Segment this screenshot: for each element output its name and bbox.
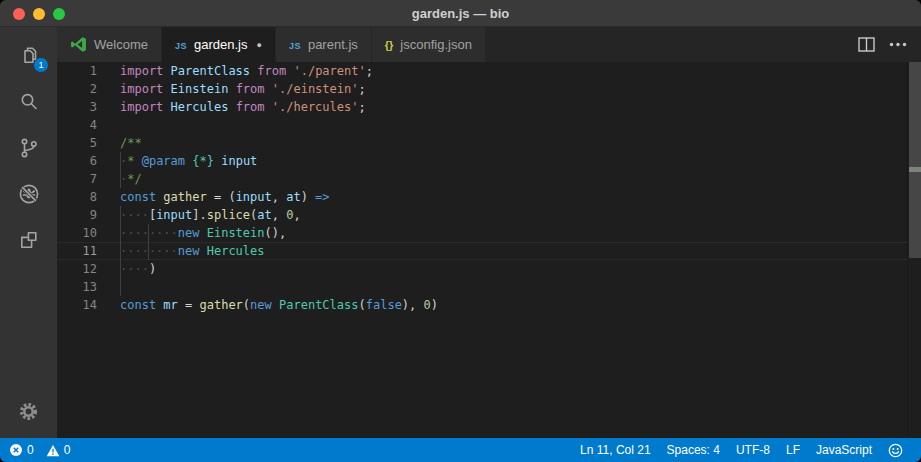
code-line-content[interactable]: import Einstein from './einstein'; xyxy=(97,80,907,98)
code-line-content[interactable]: const gather = (input, at) => xyxy=(97,188,907,206)
js-icon: JS xyxy=(289,37,301,52)
explorer-badge: 1 xyxy=(34,58,48,72)
code-line: 8const gather = (input, at) => xyxy=(57,188,907,206)
split-editor-button[interactable] xyxy=(858,37,875,52)
line-number[interactable]: 6 xyxy=(57,152,97,170)
activity-item-source-control[interactable] xyxy=(0,125,57,171)
line-number[interactable]: 10 xyxy=(57,224,97,242)
line-number[interactable]: 7 xyxy=(57,170,97,188)
indent-guide xyxy=(120,242,121,260)
code-line-content[interactable]: ········new Einstein(), xyxy=(97,224,907,242)
rendered-whitespace: ···· xyxy=(120,262,149,276)
line-number[interactable]: 5 xyxy=(57,134,97,152)
status-indentation[interactable]: Spaces: 4 xyxy=(659,438,728,462)
code-line: 1import ParentClass from './parent'; xyxy=(57,62,907,80)
code-line: 7·*/ xyxy=(57,170,907,188)
overview-ruler-marker xyxy=(909,167,921,172)
code-editor[interactable]: 1import ParentClass from './parent';2imp… xyxy=(57,62,921,438)
activity-bar: 1 xyxy=(0,27,57,438)
line-number[interactable]: 11 xyxy=(57,242,97,260)
code-line-content[interactable]: const mr = gather(new ParentClass(false)… xyxy=(97,296,907,314)
code-line: 11········new Hercules xyxy=(57,242,907,260)
warnings-count: 0 xyxy=(64,443,71,457)
activity-item-extensions[interactable] xyxy=(0,217,57,263)
code-line-content[interactable]: import ParentClass from './parent'; xyxy=(97,62,907,80)
modified-dot-icon[interactable]: ● xyxy=(256,40,261,50)
code-line: 13 xyxy=(57,278,907,296)
code-line: 5/** xyxy=(57,134,907,152)
search-icon xyxy=(17,90,41,114)
tab-Welcome[interactable]: Welcome xyxy=(57,27,162,62)
js-icon: JS xyxy=(175,37,187,52)
split-editor-icon xyxy=(858,37,875,52)
code-line: 9····[input].splice(at, 0, xyxy=(57,206,907,224)
status-cursor-position[interactable]: Ln 11, Col 21 xyxy=(572,438,659,462)
tab-label: parent.js xyxy=(308,37,358,52)
code-line-content[interactable]: import Hercules from './hercules'; xyxy=(97,98,907,116)
code-line-content[interactable]: ········new Hercules xyxy=(97,242,907,260)
code-line-content[interactable] xyxy=(97,278,907,296)
problems-errors[interactable]: 0 xyxy=(9,443,34,457)
line-number[interactable]: 2 xyxy=(57,80,97,98)
tab-label: jsconfig.json xyxy=(400,37,472,52)
line-number[interactable]: 12 xyxy=(57,260,97,278)
rendered-whitespace: ···· xyxy=(120,208,149,222)
error-icon xyxy=(9,443,23,457)
status-encoding[interactable]: UTF-8 xyxy=(728,438,778,462)
tab-bar: WelcomeJSgarden.js●JSparent.js{}jsconfig… xyxy=(57,27,921,62)
line-number[interactable]: 13 xyxy=(57,278,97,296)
code-line: 4 xyxy=(57,116,907,134)
editor-scrollbar[interactable] xyxy=(907,62,921,438)
indent-guide xyxy=(120,260,121,278)
braces-icon: {} xyxy=(385,37,394,52)
code-line: 2import Einstein from './einstein'; xyxy=(57,80,907,98)
errors-count: 0 xyxy=(27,443,34,457)
tab-parent.js[interactable]: JSparent.js xyxy=(276,27,372,62)
activity-item-debug[interactable] xyxy=(0,171,57,217)
window-title: garden.js — bio xyxy=(0,0,921,27)
smiley-icon xyxy=(888,443,903,458)
line-number[interactable]: 3 xyxy=(57,98,97,116)
vscode-logo-icon xyxy=(70,36,87,53)
code-line: 14const mr = gather(new ParentClass(fals… xyxy=(57,296,907,314)
code-line-content[interactable]: ·* @param {*} input xyxy=(97,152,907,170)
scrollbar-slider[interactable] xyxy=(909,62,921,258)
code-line-content[interactable]: ····[input].splice(at, 0, xyxy=(97,206,907,224)
status-bar: 00 Ln 11, Col 21Spaces: 4UTF-8LFJavaScri… xyxy=(0,438,921,462)
line-number[interactable]: 1 xyxy=(57,62,97,80)
status-language-mode[interactable]: JavaScript xyxy=(808,438,880,462)
status-eol[interactable]: LF xyxy=(778,438,808,462)
code-line: 6·* @param {*} input xyxy=(57,152,907,170)
code-line-content[interactable]: /** xyxy=(97,134,907,152)
tab-garden.js[interactable]: JSgarden.js● xyxy=(162,27,276,62)
activity-item-explorer[interactable]: 1 xyxy=(0,33,57,79)
line-number[interactable]: 8 xyxy=(57,188,97,206)
line-number[interactable]: 9 xyxy=(57,206,97,224)
source-control-icon xyxy=(17,136,41,160)
indent-guide xyxy=(148,224,149,242)
title-bar: garden.js — bio xyxy=(0,0,921,27)
problems-warnings[interactable]: 0 xyxy=(46,443,71,457)
settings-icon xyxy=(17,400,40,423)
indent-guide xyxy=(120,206,121,224)
indent-guide xyxy=(120,278,121,296)
indent-guide xyxy=(120,152,121,170)
warning-icon xyxy=(46,444,60,457)
tab-label: Welcome xyxy=(94,37,148,52)
status-feedback[interactable] xyxy=(880,443,911,458)
code-line: 3import Hercules from './hercules'; xyxy=(57,98,907,116)
debug-icon xyxy=(17,182,41,206)
more-actions-button[interactable] xyxy=(889,42,907,47)
activity-item-search[interactable] xyxy=(0,79,57,125)
ellipsis-icon xyxy=(889,42,907,47)
code-line-content[interactable] xyxy=(97,116,907,134)
vscode-window: garden.js — bio 1 WelcomeJSgarden.js●JSp… xyxy=(0,0,921,462)
code-line-content[interactable]: ····) xyxy=(97,260,907,278)
activity-item-settings[interactable] xyxy=(0,388,57,434)
tab-jsconfig.json[interactable]: {}jsconfig.json xyxy=(372,27,486,62)
indent-guide xyxy=(120,224,121,242)
code-line: 10········new Einstein(), xyxy=(57,224,907,242)
line-number[interactable]: 14 xyxy=(57,296,97,314)
line-number[interactable]: 4 xyxy=(57,116,97,134)
code-line-content[interactable]: ·*/ xyxy=(97,170,907,188)
